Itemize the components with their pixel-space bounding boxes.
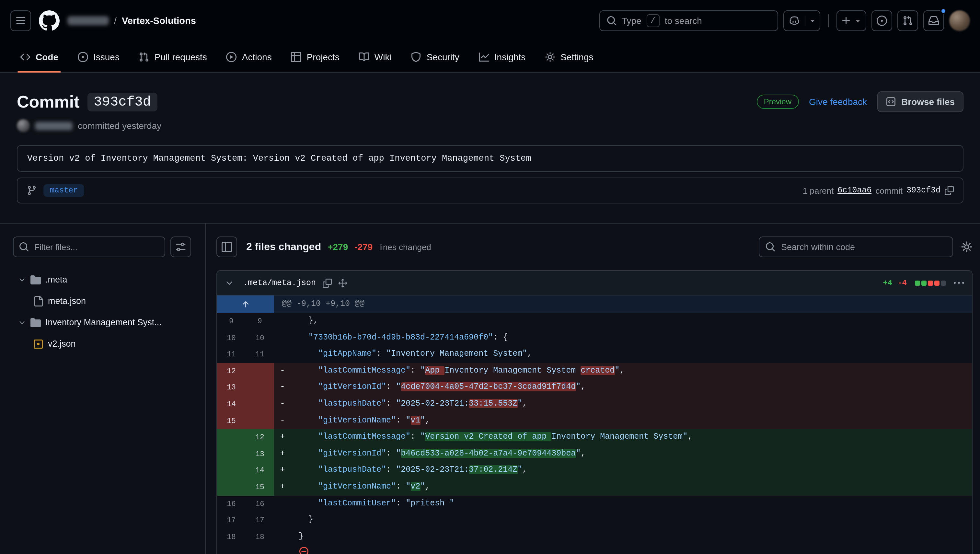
search-icon <box>606 16 617 26</box>
hunk-header: @@ -9,10 +9,10 @@ <box>274 296 972 313</box>
new-line-number[interactable]: 10 <box>245 330 274 346</box>
new-line-number[interactable]: 18 <box>245 529 274 545</box>
copilot-dropdown[interactable] <box>805 17 819 25</box>
new-line-number[interactable]: 12 <box>245 429 274 446</box>
new-line-number[interactable]: 17 <box>245 512 274 529</box>
toggle-file-tree-button[interactable] <box>216 237 237 257</box>
old-line-number[interactable]: 18 <box>217 529 245 545</box>
files-changed-title: 2 files changed <box>246 241 321 253</box>
username-blurred[interactable] <box>67 16 109 25</box>
drag-file-button[interactable] <box>338 278 347 287</box>
tab-settings[interactable]: Settings <box>538 41 600 72</box>
new-line-number[interactable] <box>245 412 274 429</box>
shield-icon <box>411 51 422 62</box>
tab-label: Code <box>36 51 58 62</box>
gear-icon <box>545 51 555 62</box>
search-within-code-input[interactable] <box>759 237 953 257</box>
global-search[interactable]: Type / to search <box>599 10 778 31</box>
old-line-number[interactable] <box>217 446 245 462</box>
tree-folder-item[interactable]: .meta <box>13 269 191 290</box>
diff-stat-block <box>915 280 920 285</box>
create-new-button[interactable] <box>836 10 866 31</box>
github-commit-page: / Vertex-Solutions Type / to search <box>0 0 980 554</box>
new-line-number[interactable] <box>245 363 274 379</box>
diff-filename[interactable]: .meta/meta.json <box>243 278 316 287</box>
old-line-number[interactable]: 16 <box>217 495 245 512</box>
branch-label[interactable]: master <box>43 184 84 197</box>
copy-filename-button[interactable] <box>322 278 331 287</box>
old-line-number[interactable]: 17 <box>217 512 245 529</box>
user-avatar[interactable] <box>949 10 970 31</box>
issues-button[interactable] <box>871 10 892 31</box>
total-additions: +279 <box>328 242 348 252</box>
author-name-blurred[interactable] <box>35 121 73 130</box>
notifications-button[interactable] <box>923 10 944 31</box>
folder-icon <box>30 317 41 328</box>
tab-security[interactable]: Security <box>405 41 466 72</box>
new-line-number[interactable]: 13 <box>245 446 274 462</box>
kebab-icon <box>953 278 964 288</box>
collapse-file-button[interactable] <box>225 278 234 287</box>
diff-line-del: 15- "gitVersionName": "v1", <box>217 412 972 429</box>
copilot-button[interactable] <box>783 10 820 31</box>
tree-file-item[interactable]: v2.json <box>13 333 191 354</box>
copilot-icon <box>789 16 799 26</box>
chevron-down-icon <box>18 318 26 326</box>
new-line-number[interactable]: 14 <box>245 462 274 479</box>
new-line-number[interactable]: 15 <box>245 479 274 495</box>
tab-code[interactable]: Code <box>14 41 65 72</box>
new-line-number[interactable] <box>245 396 274 412</box>
old-line-number[interactable]: 10 <box>217 330 245 346</box>
old-line-number[interactable] <box>217 462 245 479</box>
filter-files-input[interactable] <box>13 237 165 257</box>
parent-sha-link[interactable]: 6c10aa6 <box>837 186 872 195</box>
branch-info-box: master 1 parent 6c10aa6 commit 393cf3d <box>17 178 963 204</box>
tab-insights[interactable]: Insights <box>473 41 532 72</box>
tree-item-label: v2.json <box>48 339 76 349</box>
pull-requests-button[interactable] <box>897 10 918 31</box>
up-icon <box>241 300 250 309</box>
tree-item-label: meta.json <box>48 296 86 306</box>
old-line-number[interactable]: 9 <box>217 313 245 330</box>
new-line-number[interactable]: 11 <box>245 346 274 363</box>
new-line-number[interactable]: 9 <box>245 313 274 330</box>
files-changed-bar: 2 files changed +279 -279 lines changed <box>216 237 972 257</box>
file-filter-button[interactable] <box>170 237 191 257</box>
give-feedback-link[interactable]: Give feedback <box>809 97 867 107</box>
breadcrumb-separator: / <box>114 16 117 26</box>
new-line-number[interactable] <box>245 379 274 396</box>
diff-stat-blocks <box>915 280 946 285</box>
old-line-number[interactable]: 13 <box>217 379 245 396</box>
repo-name-link[interactable]: Vertex-Solutions <box>122 16 196 26</box>
expand-hunk-button[interactable] <box>217 296 274 313</box>
diff-settings-button[interactable] <box>961 241 972 253</box>
browse-files-button[interactable]: Browse files <box>877 91 963 112</box>
old-line-number[interactable]: 15 <box>217 412 245 429</box>
tree-file-item[interactable]: meta.json <box>13 290 191 312</box>
tab-label: Pull requests <box>154 51 207 62</box>
tab-pull-requests[interactable]: Pull requests <box>132 41 213 72</box>
old-line-number[interactable] <box>217 479 245 495</box>
new-line-number[interactable]: 16 <box>245 495 274 512</box>
hamburger-menu-button[interactable] <box>10 10 31 31</box>
github-logo[interactable] <box>39 10 60 31</box>
tree-folder-item[interactable]: Inventory Management Syst... <box>13 312 191 333</box>
tab-projects[interactable]: Projects <box>285 41 346 72</box>
author-avatar[interactable] <box>17 119 30 132</box>
code-line: "7330b16b-b70d-4d9b-b83d-227414a690f0": … <box>291 330 972 346</box>
copy-sha-button[interactable] <box>944 186 953 195</box>
tab-wiki[interactable]: Wiki <box>353 41 398 72</box>
tab-actions[interactable]: Actions <box>220 41 278 72</box>
file-options-button[interactable] <box>953 278 964 288</box>
tab-label: Projects <box>307 51 339 62</box>
old-line-number[interactable] <box>217 429 245 446</box>
diff-marker: - <box>274 396 291 412</box>
diff-marker: - <box>274 412 291 429</box>
old-line-number[interactable]: 14 <box>217 396 245 412</box>
diff-stat-block <box>921 280 926 285</box>
old-line-number[interactable]: 11 <box>217 346 245 363</box>
old-line-number[interactable]: 12 <box>217 363 245 379</box>
tab-issues[interactable]: Issues <box>71 41 126 72</box>
code-line: }, <box>291 313 972 330</box>
chevron-down-icon <box>808 17 816 25</box>
